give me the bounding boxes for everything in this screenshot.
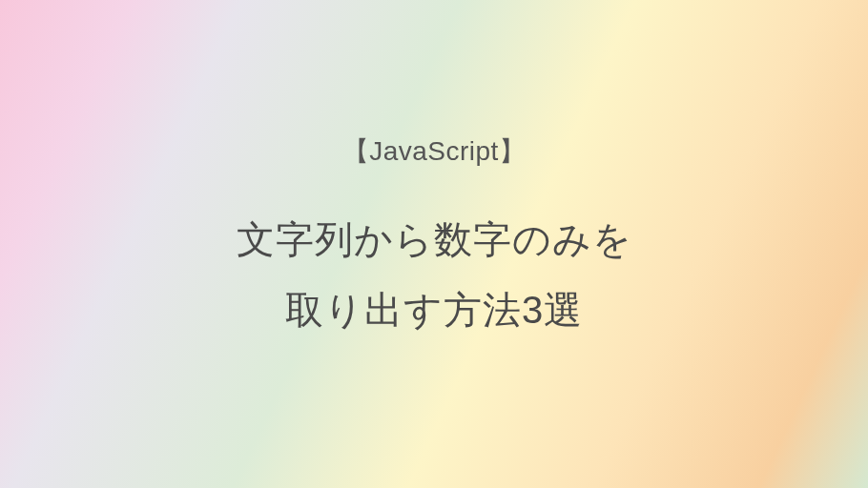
title-line-1: 文字列から数字のみを <box>237 204 632 274</box>
category-tag: 【JavaScript】 <box>237 133 632 170</box>
title-line-2: 取り出す方法3選 <box>237 274 632 345</box>
title-card: 【JavaScript】 文字列から数字のみを 取り出す方法3選 <box>237 133 632 345</box>
